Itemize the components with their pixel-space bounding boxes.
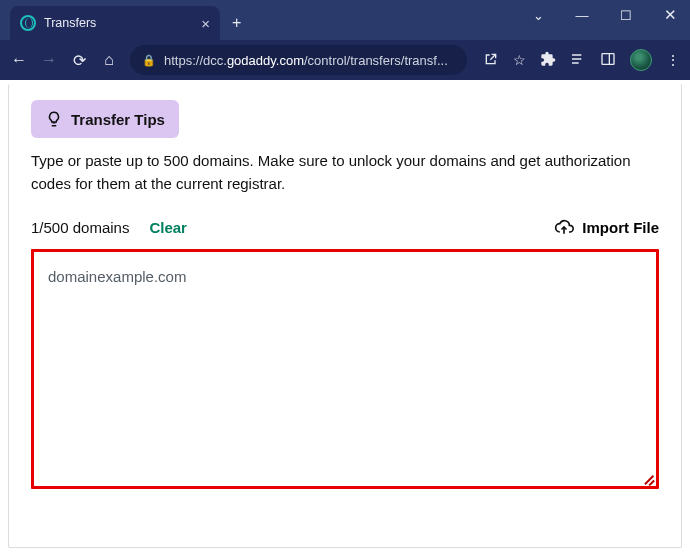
page-viewport: Transfer Tips Type or paste up to 500 do…	[0, 80, 690, 556]
back-button[interactable]: ←	[10, 51, 28, 69]
menu-icon[interactable]: ⋮	[666, 52, 680, 68]
window-titlebar: Transfers × + ⌄ ― ☐ ✕	[0, 0, 690, 40]
lightbulb-icon	[45, 110, 63, 128]
domain-count: 1/500 domains	[31, 219, 129, 236]
favicon-icon	[20, 15, 36, 31]
tab-title: Transfers	[44, 16, 96, 30]
profile-avatar[interactable]	[630, 49, 652, 71]
transfer-tips-label: Transfer Tips	[71, 111, 165, 128]
forward-button[interactable]: →	[40, 51, 58, 69]
domain-list-header: 1/500 domains Clear Import File	[31, 217, 659, 237]
new-tab-button[interactable]: +	[232, 14, 241, 32]
url-text: https://dcc.godaddy.com/control/transfer…	[164, 53, 455, 68]
page-content: Transfer Tips Type or paste up to 500 do…	[8, 84, 682, 548]
dropdown-icon[interactable]: ⌄	[524, 8, 552, 23]
svg-rect-0	[602, 53, 614, 64]
browser-tab[interactable]: Transfers ×	[10, 6, 220, 40]
reading-list-icon[interactable]	[570, 51, 586, 70]
bookmark-star-icon[interactable]: ☆	[513, 52, 526, 68]
reload-button[interactable]: ⟳	[70, 51, 88, 70]
extensions-icon[interactable]	[540, 51, 556, 70]
home-button[interactable]: ⌂	[100, 51, 118, 69]
maximize-button[interactable]: ☐	[612, 8, 640, 23]
share-icon[interactable]	[483, 51, 499, 70]
clear-button[interactable]: Clear	[149, 219, 187, 236]
lock-icon: 🔒	[142, 54, 156, 67]
window-controls: ⌄ ― ☐ ✕	[524, 6, 684, 24]
import-file-button[interactable]: Import File	[554, 217, 659, 237]
close-tab-button[interactable]: ×	[201, 15, 210, 32]
sidepanel-icon[interactable]	[600, 51, 616, 70]
instructions-text: Type or paste up to 500 domains. Make su…	[31, 150, 659, 195]
browser-toolbar: ← → ⟳ ⌂ 🔒 https://dcc.godaddy.com/contro…	[0, 40, 690, 80]
address-bar[interactable]: 🔒 https://dcc.godaddy.com/control/transf…	[130, 45, 467, 75]
cloud-upload-icon	[554, 217, 574, 237]
minimize-button[interactable]: ―	[568, 8, 596, 23]
import-file-label: Import File	[582, 219, 659, 236]
domain-textarea[interactable]	[34, 252, 656, 486]
domain-input-box	[31, 249, 659, 489]
close-window-button[interactable]: ✕	[656, 6, 684, 24]
transfer-tips-button[interactable]: Transfer Tips	[31, 100, 179, 138]
